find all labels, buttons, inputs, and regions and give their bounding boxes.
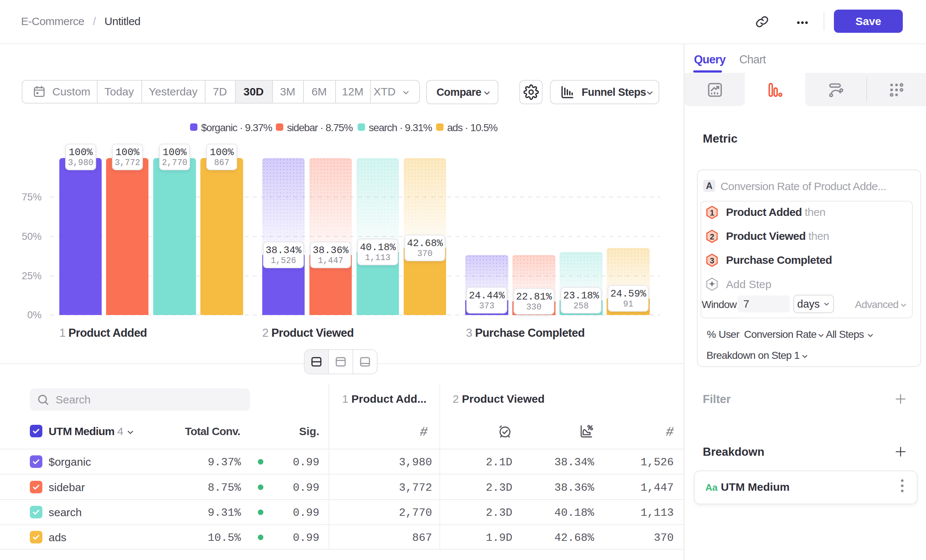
svg-text:2: 2: [710, 232, 714, 241]
svg-text:3: 3: [710, 256, 714, 265]
svg-text:1: 1: [710, 208, 714, 217]
